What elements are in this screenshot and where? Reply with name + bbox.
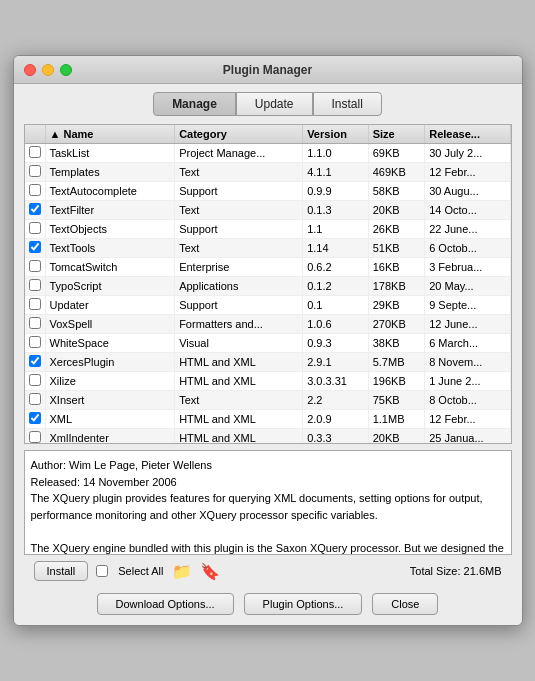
table-row[interactable]: TemplatesText4.1.1469KB12 Febr... <box>25 163 511 182</box>
cell-version: 0.9.3 <box>303 334 369 353</box>
cell-category: Text <box>175 391 303 410</box>
cell-size: 178KB <box>368 277 425 296</box>
table-row[interactable]: VoxSpellFormatters and...1.0.6270KB12 Ju… <box>25 315 511 334</box>
row-checkbox[interactable] <box>29 165 41 177</box>
row-checkbox[interactable] <box>29 336 41 348</box>
table-row[interactable]: TypoScriptApplications0.1.2178KB20 May..… <box>25 277 511 296</box>
cell-name: XML <box>45 410 175 429</box>
cell-size: 270KB <box>368 315 425 334</box>
cell-category: Text <box>175 239 303 258</box>
col-check[interactable] <box>25 125 46 144</box>
row-checkbox[interactable] <box>29 298 41 310</box>
tab-install[interactable]: Install <box>313 92 382 116</box>
cell-size: 51KB <box>368 239 425 258</box>
plugin-table-container[interactable]: ▲ Name Category Version Size Release... … <box>24 124 512 444</box>
table-row[interactable]: TextToolsText1.1451KB6 Octob... <box>25 239 511 258</box>
cell-release: 12 Febr... <box>425 163 510 182</box>
table-row[interactable]: TaskListProject Manage...1.1.069KB30 Jul… <box>25 144 511 163</box>
table-row[interactable]: TextObjectsSupport1.126KB22 June... <box>25 220 511 239</box>
tag-icon[interactable]: 🔖 <box>200 562 220 581</box>
cell-category: Enterprise <box>175 258 303 277</box>
table-row[interactable]: XInsertText2.275KB8 Octob... <box>25 391 511 410</box>
cell-category: Formatters and... <box>175 315 303 334</box>
close-button-footer[interactable]: Close <box>372 593 438 615</box>
cell-version: 0.3.3 <box>303 429 369 445</box>
cell-release: 3 Februa... <box>425 258 510 277</box>
maximize-button[interactable] <box>60 64 72 76</box>
row-checkbox[interactable] <box>29 317 41 329</box>
download-options-button[interactable]: Download Options... <box>97 593 234 615</box>
close-button[interactable] <box>24 64 36 76</box>
titlebar: Plugin Manager <box>14 56 522 84</box>
col-size[interactable]: Size <box>368 125 425 144</box>
cell-category: HTML and XML <box>175 429 303 445</box>
cell-name: TypoScript <box>45 277 175 296</box>
cell-name: Templates <box>45 163 175 182</box>
cell-release: 20 May... <box>425 277 510 296</box>
cell-release: 12 June... <box>425 315 510 334</box>
table-row[interactable]: TomcatSwitchEnterprise0.6.216KB3 Februa.… <box>25 258 511 277</box>
row-checkbox[interactable] <box>29 374 41 386</box>
tab-manage[interactable]: Manage <box>153 92 236 116</box>
table-row[interactable]: XMLHTML and XML2.0.91.1MB12 Febr... <box>25 410 511 429</box>
cell-release: 8 Novem... <box>425 353 510 372</box>
select-all-checkbox[interactable] <box>96 565 108 577</box>
cell-release: 8 Octob... <box>425 391 510 410</box>
traffic-lights <box>24 64 72 76</box>
footer: Download Options... Plugin Options... Cl… <box>14 587 522 625</box>
row-checkbox[interactable] <box>29 222 41 234</box>
col-release[interactable]: Release... <box>425 125 510 144</box>
cell-category: Support <box>175 182 303 201</box>
cell-category: HTML and XML <box>175 353 303 372</box>
cell-version: 2.2 <box>303 391 369 410</box>
row-checkbox[interactable] <box>29 184 41 196</box>
cell-version: 1.14 <box>303 239 369 258</box>
table-row[interactable]: TextFilterText0.1.320KB14 Octo... <box>25 201 511 220</box>
row-checkbox[interactable] <box>29 241 41 253</box>
cell-version: 1.0.6 <box>303 315 369 334</box>
row-checkbox[interactable] <box>29 431 41 443</box>
row-checkbox[interactable] <box>29 279 41 291</box>
table-row[interactable]: XercesPluginHTML and XML2.9.15.7MB8 Nove… <box>25 353 511 372</box>
install-button[interactable]: Install <box>34 561 89 581</box>
cell-name: TextAutocomplete <box>45 182 175 201</box>
cell-release: 9 Septe... <box>425 296 510 315</box>
row-checkbox[interactable] <box>29 355 41 367</box>
cell-release: 22 June... <box>425 220 510 239</box>
col-name[interactable]: ▲ Name <box>45 125 175 144</box>
table-row[interactable]: XmlIndenterHTML and XML0.3.320KB25 Janua… <box>25 429 511 445</box>
tab-update[interactable]: Update <box>236 92 313 116</box>
cell-release: 14 Octo... <box>425 201 510 220</box>
row-checkbox[interactable] <box>29 412 41 424</box>
col-version[interactable]: Version <box>303 125 369 144</box>
cell-size: 58KB <box>368 182 425 201</box>
plugin-options-button[interactable]: Plugin Options... <box>244 593 363 615</box>
table-row[interactable]: TextAutocompleteSupport0.9.958KB30 Augu.… <box>25 182 511 201</box>
cell-release: 6 March... <box>425 334 510 353</box>
row-checkbox[interactable] <box>29 203 41 215</box>
cell-release: 12 Febr... <box>425 410 510 429</box>
cell-category: Text <box>175 201 303 220</box>
cell-name: Xilize <box>45 372 175 391</box>
plugin-manager-window: Plugin Manager Manage Update Install ▲ N… <box>13 55 523 626</box>
table-row[interactable]: WhiteSpaceVisual0.9.338KB6 March... <box>25 334 511 353</box>
cell-version: 0.1 <box>303 296 369 315</box>
cell-version: 1.1 <box>303 220 369 239</box>
minimize-button[interactable] <box>42 64 54 76</box>
select-all-label: Select All <box>118 565 163 577</box>
cell-version: 1.1.0 <box>303 144 369 163</box>
cell-version: 0.6.2 <box>303 258 369 277</box>
content-area: ▲ Name Category Version Size Release... … <box>14 124 522 587</box>
col-category[interactable]: Category <box>175 125 303 144</box>
cell-release: 30 July 2... <box>425 144 510 163</box>
cell-size: 26KB <box>368 220 425 239</box>
row-checkbox[interactable] <box>29 146 41 158</box>
table-row[interactable]: XilizeHTML and XML3.0.3.31196KB1 June 2.… <box>25 372 511 391</box>
cell-size: 1.1MB <box>368 410 425 429</box>
window-title: Plugin Manager <box>223 63 312 77</box>
cell-name: VoxSpell <box>45 315 175 334</box>
table-row[interactable]: UpdaterSupport0.129KB9 Septe... <box>25 296 511 315</box>
row-checkbox[interactable] <box>29 260 41 272</box>
row-checkbox[interactable] <box>29 393 41 405</box>
folder-icon[interactable]: 📁 <box>172 562 192 581</box>
